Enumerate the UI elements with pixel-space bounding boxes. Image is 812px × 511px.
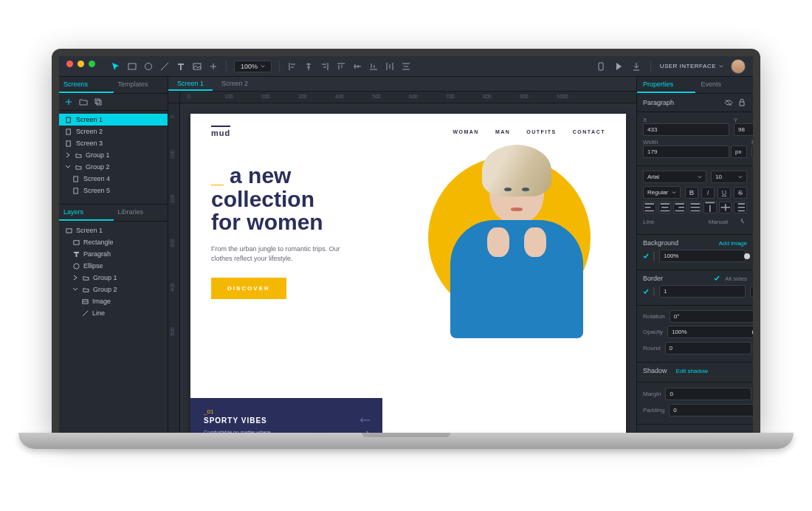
canvas-tab[interactable]: Screen 1 [168,77,213,91]
padding-input[interactable] [669,404,753,416]
add-tool-icon[interactable] [208,61,219,72]
group-item[interactable]: Group 2 [59,161,168,173]
tab-screens[interactable]: Screens [59,77,114,93]
font-size-select[interactable]: 10 [711,171,747,183]
valign-mid-icon[interactable] [719,202,732,213]
list-icon[interactable] [734,202,747,213]
y-input[interactable] [734,123,753,136]
tab-events[interactable]: Events [695,77,754,93]
nav-link[interactable]: MAN [495,129,510,134]
group-item[interactable]: Group 1 [59,149,168,161]
download-icon[interactable] [631,61,641,72]
layer-item[interactable]: Rectangle [59,236,168,248]
align-top-icon[interactable] [336,61,346,72]
maximize-window-icon[interactable] [89,61,95,67]
layer-item[interactable]: Paragrah [59,248,168,260]
underline-icon[interactable]: U [718,187,731,199]
screen-item[interactable]: Screen 4 [59,173,168,185]
bold-icon[interactable]: B [685,187,698,199]
border-width-input[interactable] [659,285,746,298]
align-bottom-icon[interactable] [368,61,379,72]
height-input[interactable] [751,145,753,158]
border-style-select[interactable] [750,287,753,297]
zoom-selector[interactable]: 100% [234,61,272,72]
prev-arrow-icon[interactable] [359,416,371,424]
nav-link[interactable]: OUTFITS [526,129,556,134]
nav-link[interactable]: WOMAN [453,129,479,134]
project-dropdown[interactable]: USER INTERFACE [660,63,723,69]
user-avatar[interactable] [731,59,746,74]
width-unit[interactable]: px [731,145,747,158]
visibility-icon[interactable] [723,97,734,108]
align-middle-v-icon[interactable] [352,61,362,72]
rectangle-tool-icon[interactable] [127,61,137,72]
canvas[interactable]: 01002003004005006007008009001000 0100200… [168,92,636,433]
bg-enabled-check[interactable] [643,253,649,260]
select-tool-icon[interactable] [111,61,121,72]
distribute-v-icon[interactable] [401,61,411,72]
italic-icon[interactable]: I [701,187,715,199]
svg-rect-3 [599,63,603,70]
discover-button[interactable]: DISCOVER [211,278,286,299]
minimize-window-icon[interactable] [78,61,84,67]
font-family-select[interactable]: Arial [643,171,706,183]
tab-templates[interactable]: Templates [114,77,168,93]
tab-properties[interactable]: Properties [637,77,695,93]
opacity-input[interactable] [667,326,753,338]
add-screen-icon[interactable] [63,97,74,107]
align-left-icon[interactable] [287,61,297,72]
strike-icon[interactable]: S [734,187,747,199]
layer-item[interactable]: Group 1 [59,272,168,284]
valign-top-icon[interactable] [703,202,717,213]
nav-link[interactable]: CONTACT [573,129,605,134]
x-input[interactable] [643,123,729,136]
bg-opacity-input[interactable] [659,250,746,262]
align-right-text-icon[interactable] [673,202,687,213]
font-weight-select[interactable]: Regular [643,186,681,199]
align-justify-text-icon[interactable] [689,202,702,213]
device-preview-icon[interactable] [596,61,606,72]
main-toolbar: 100% [59,56,753,77]
width-input[interactable] [643,145,729,158]
align-center-text-icon[interactable] [658,202,672,213]
play-icon[interactable] [613,61,624,72]
distribute-h-icon[interactable] [385,61,395,72]
tab-libraries[interactable]: Libraries [114,205,168,221]
margin-input[interactable] [665,388,751,400]
svg-rect-7 [66,128,69,134]
align-right-icon[interactable] [320,61,330,72]
window-traffic-lights[interactable] [66,61,95,67]
layer-item[interactable]: Screen 1 [59,224,168,236]
folder-icon [75,163,82,171]
screen-item[interactable]: Screen 2 [59,126,168,137]
screen-item[interactable]: Screen 1 [59,114,168,126]
text-tool-icon[interactable] [176,61,186,72]
align-center-h-icon[interactable] [303,61,314,72]
add-image-link[interactable]: Add image [719,240,747,247]
border-allsides-check[interactable] [713,275,720,282]
ellipse-tool-icon[interactable] [143,61,154,72]
duplicate-icon[interactable] [93,97,103,107]
line-tool-icon[interactable] [159,61,170,72]
layer-item[interactable]: Ellipse [59,260,168,272]
border-color-swatch[interactable] [653,287,655,296]
tab-layers[interactable]: Layers [59,205,114,221]
layer-item[interactable]: Image [59,295,168,307]
image-tool-icon[interactable] [192,61,202,72]
lock-icon[interactable] [737,97,747,108]
more-text-icon[interactable] [737,216,747,227]
rotation-input[interactable] [670,310,753,323]
edit-shadow-link[interactable]: Edit shadow [676,368,709,374]
folder-icon[interactable] [78,97,89,107]
border-enabled-check[interactable] [643,288,649,295]
close-window-icon[interactable] [66,61,73,67]
layer-item[interactable]: Line [59,307,168,319]
round-input[interactable] [665,342,751,354]
artboard[interactable]: mud WOMAN MAN OUTFITS CONTACT [190,114,626,433]
bg-color-swatch[interactable] [653,252,655,261]
align-left-text-icon[interactable] [643,202,656,213]
screen-item[interactable]: Screen 5 [59,185,168,196]
canvas-tab[interactable]: Screen 2 [213,77,257,91]
layer-item[interactable]: Group 2 [59,284,168,295]
screen-item[interactable]: Screen 3 [59,137,168,149]
